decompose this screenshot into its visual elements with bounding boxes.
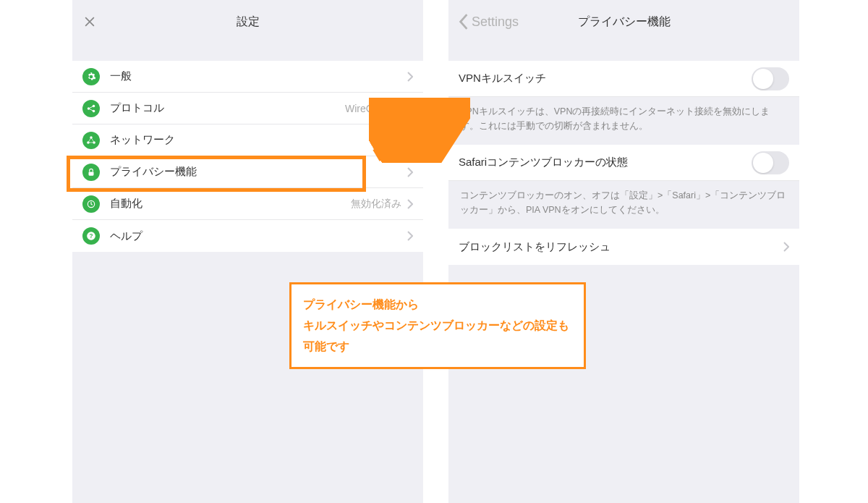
svg-point-3 <box>90 136 93 139</box>
svg-point-0 <box>88 107 90 110</box>
svg-text:?: ? <box>90 233 93 240</box>
row-label: ネットワーク <box>110 133 407 147</box>
settings-list: 一般 プロトコル WireGuard® ネットワーク プライバシー機能 自動化 … <box>72 61 423 252</box>
row-label: 自動化 <box>110 197 351 211</box>
killswitch-desc: VPNキルスイッチは、VPNの再接続時にインターネット接続を無効にします。これに… <box>448 97 799 145</box>
killswitch-toggle[interactable] <box>752 67 789 90</box>
back-label: Settings <box>472 14 519 30</box>
settings-row-network[interactable]: ネットワーク <box>72 124 423 156</box>
row-label: プロトコル <box>110 101 345 115</box>
svg-point-2 <box>93 109 95 112</box>
chevron-right-icon <box>407 199 413 209</box>
settings-row-privacy[interactable]: プライバシー機能 <box>72 156 423 188</box>
refresh-row[interactable]: ブロックリストをリフレッシュ <box>448 229 799 265</box>
back-button[interactable]: Settings <box>459 14 519 30</box>
protocol-icon <box>82 100 100 117</box>
chevron-right-icon <box>407 103 413 114</box>
killswitch-label: VPNキルスイッチ <box>459 72 752 85</box>
row-label: 一般 <box>110 69 407 83</box>
settings-header: 設定 <box>72 0 423 43</box>
gear-icon <box>82 68 100 85</box>
automation-icon <box>82 195 100 213</box>
chevron-right-icon <box>407 231 413 241</box>
settings-panel: 設定 一般 プロトコル WireGuard® ネットワーク プライバシー機能 自… <box>72 0 423 503</box>
annotation-line2: キルスイッチやコンテンツブロッカーなどの設定も可能です <box>303 316 572 358</box>
close-button[interactable] <box>82 14 97 29</box>
svg-point-1 <box>93 104 95 107</box>
settings-row-help[interactable]: ? ヘルプ <box>72 220 423 252</box>
settings-row-automation[interactable]: 自動化 無効化済み <box>72 188 423 220</box>
settings-title: 設定 <box>237 14 260 30</box>
privacy-header: Settings プライバシー機能 <box>448 0 799 43</box>
row-label: ヘルプ <box>110 229 407 243</box>
network-icon <box>82 132 100 149</box>
svg-rect-6 <box>89 172 94 175</box>
settings-row-general[interactable]: 一般 <box>72 61 423 93</box>
row-label: プライバシー機能 <box>110 165 407 179</box>
chevron-right-icon <box>407 72 413 82</box>
killswitch-row: VPNキルスイッチ <box>448 61 799 97</box>
row-value: WireGuard® <box>345 103 401 114</box>
privacy-panel: Settings プライバシー機能 VPNキルスイッチ VPNキルスイッチは、V… <box>448 0 799 503</box>
chevron-right-icon <box>783 242 789 252</box>
contentblocker-toggle[interactable] <box>752 151 789 174</box>
chevron-right-icon <box>407 135 413 145</box>
help-icon: ? <box>82 227 100 245</box>
lock-icon <box>82 164 100 181</box>
row-value: 無効化済み <box>351 198 401 211</box>
privacy-title: プライバシー機能 <box>578 14 671 30</box>
contentblocker-desc: コンテンツブロッカーのオン、オフは「設定」>「Safari」>「コンテンツブロッ… <box>448 181 799 229</box>
annotation-box: プライバシー機能から キルスイッチやコンテンツブロッカーなどの設定も可能です <box>289 282 586 369</box>
privacy-list: VPNキルスイッチ VPNキルスイッチは、VPNの再接続時にインターネット接続を… <box>448 61 799 265</box>
chevron-right-icon <box>407 167 413 177</box>
annotation-line1: プライバシー機能から <box>303 295 572 316</box>
contentblocker-row: Safariコンテンツブロッカーの状態 <box>448 145 799 181</box>
settings-row-protocol[interactable]: プロトコル WireGuard® <box>72 93 423 124</box>
contentblocker-label: Safariコンテンツブロッカーの状態 <box>459 156 752 169</box>
refresh-label: ブロックリストをリフレッシュ <box>459 240 783 254</box>
